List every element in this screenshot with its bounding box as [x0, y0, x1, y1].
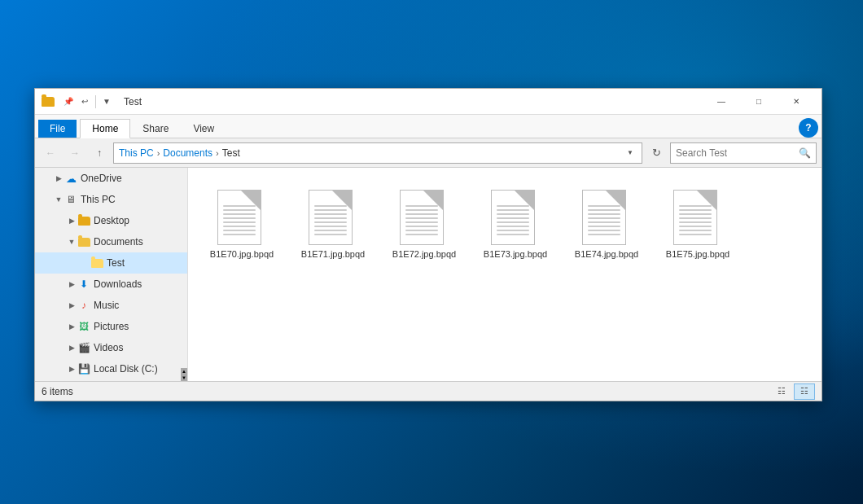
sidebar-label-pictures: Pictures	[94, 321, 129, 332]
file-line	[588, 213, 620, 215]
file-line	[314, 226, 347, 227]
file-line	[223, 213, 256, 215]
breadcrumb-dropdown-arrow[interactable]: ▼	[624, 147, 637, 160]
file-name: B1E71.jpg.bpqd	[301, 248, 365, 260]
file-corner	[433, 191, 443, 200]
close-button[interactable]: ✕	[778, 89, 815, 115]
file-line	[223, 221, 256, 223]
file-item[interactable]: B1E73.jpg.bpqd	[475, 181, 556, 265]
file-name: B1E74.jpg.bpqd	[575, 248, 638, 260]
file-item[interactable]: B1E70.jpg.bpqd	[201, 181, 283, 265]
back-button[interactable]: ←	[40, 142, 61, 164]
expand-test[interactable]	[79, 257, 90, 269]
sidebar-item-pictures[interactable]: ▶ 🖼 Pictures	[35, 316, 187, 337]
file-lines	[405, 205, 438, 238]
sidebar-item-music[interactable]: ▶ ♪ Music	[35, 295, 187, 316]
expand-videos[interactable]: ▶	[66, 342, 77, 353]
sidebar-item-test[interactable]: Test	[35, 252, 187, 274]
refresh-button[interactable]: ↻	[646, 142, 667, 164]
sidebar-scroll-up[interactable]: ▲	[181, 368, 187, 375]
file-line	[405, 209, 438, 211]
file-line	[497, 209, 529, 211]
search-input[interactable]	[676, 147, 799, 159]
minimize-button[interactable]: —	[703, 89, 740, 115]
sidebar-item-videos[interactable]: ▶ 🎬 Videos	[35, 337, 187, 358]
maximize-button[interactable]: □	[740, 89, 778, 115]
file-item[interactable]: B1E74.jpg.bpqd	[566, 181, 647, 265]
pictures-icon: 🖼	[77, 320, 90, 333]
breadcrumb-bar[interactable]: This PC › Documents › Test ▼	[113, 142, 642, 164]
up-button[interactable]: ↑	[89, 142, 110, 164]
expand-local-disk[interactable]: ▶	[66, 363, 77, 375]
file-line	[405, 213, 438, 215]
file-body	[309, 190, 353, 245]
file-item[interactable]: B1E72.jpg.bpqd	[383, 181, 465, 265]
expand-desktop[interactable]: ▶	[66, 215, 77, 226]
file-item[interactable]: B1E75.jpg.bpqd	[657, 181, 738, 265]
details-view-button[interactable]: ☷	[771, 383, 792, 400]
file-icon	[400, 186, 449, 245]
file-icon	[217, 186, 266, 245]
tab-share[interactable]: Share	[130, 119, 181, 138]
tab-home[interactable]: Home	[80, 119, 130, 138]
file-line	[679, 221, 712, 223]
file-line	[405, 205, 438, 207]
onedrive-icon: ☁	[64, 172, 77, 185]
file-corner	[251, 191, 261, 200]
window-controls: — □ ✕	[703, 89, 815, 115]
file-explorer-window: 📌 ↩ ▼ Test — □ ✕ File Home Share View ? …	[34, 88, 822, 401]
computer-icon: 🖥	[64, 193, 77, 206]
quick-access-toolbar: 📌 ↩ ▼	[61, 94, 114, 109]
expand-music[interactable]: ▶	[66, 300, 77, 311]
breadcrumb-this-pc[interactable]: This PC	[119, 147, 154, 159]
file-lines	[314, 205, 347, 238]
sidebar-scroll-down[interactable]: ▼	[181, 375, 187, 381]
file-line	[497, 234, 529, 235]
file-line	[497, 221, 529, 223]
tab-file[interactable]: File	[38, 120, 77, 138]
file-item[interactable]: B1E71.jpg.bpqd	[292, 181, 374, 265]
file-line	[405, 217, 438, 219]
file-body	[491, 190, 535, 245]
videos-icon: 🎬	[77, 341, 90, 354]
file-body	[673, 190, 717, 245]
tab-view[interactable]: View	[181, 119, 226, 138]
sidebar-item-downloads[interactable]: ▶ ⬇ Downloads	[35, 274, 187, 295]
forward-button[interactable]: →	[64, 142, 85, 164]
expand-documents[interactable]: ▼	[66, 236, 77, 248]
icons-view-button[interactable]: ☷	[794, 383, 815, 400]
expand-pictures[interactable]: ▶	[66, 321, 77, 332]
file-line	[223, 234, 256, 235]
desktop-folder-icon	[77, 214, 90, 227]
view-buttons: ☷ ☷	[771, 383, 815, 400]
file-line	[497, 205, 529, 207]
expand-this-pc[interactable]: ▼	[53, 194, 64, 205]
sidebar-item-local-disk[interactable]: ▶ 💾 Local Disk (C:)	[35, 358, 187, 379]
music-icon: ♪	[77, 299, 90, 312]
undo-button[interactable]: ↩	[77, 94, 92, 109]
sidebar-item-this-pc[interactable]: ▼ 🖥 This PC	[35, 189, 187, 210]
sidebar-item-documents[interactable]: ▼ Documents	[35, 231, 187, 252]
qa-dropdown-button[interactable]: ▼	[99, 94, 114, 109]
file-line	[588, 209, 620, 211]
expand-downloads[interactable]: ▶	[66, 278, 77, 290]
file-line	[223, 209, 256, 211]
file-lines	[223, 205, 256, 238]
file-line	[405, 234, 438, 235]
sidebar-label-desktop: Desktop	[94, 215, 129, 226]
search-box[interactable]: 🔍	[670, 142, 817, 164]
file-line	[679, 226, 712, 227]
file-lines	[588, 205, 620, 238]
file-corner	[342, 191, 352, 200]
breadcrumb-documents[interactable]: Documents	[163, 147, 212, 159]
sidebar-item-onedrive[interactable]: ▶ ☁ OneDrive	[35, 168, 187, 189]
file-line	[679, 217, 712, 219]
sidebar-item-desktop[interactable]: ▶ Desktop	[35, 210, 187, 231]
pin-button[interactable]: 📌	[61, 94, 76, 109]
file-line	[497, 217, 529, 219]
breadcrumb-sep-2: ›	[216, 148, 219, 158]
window-folder-icon	[42, 95, 55, 108]
file-line	[497, 230, 529, 231]
help-button[interactable]: ?	[799, 118, 818, 138]
expand-onedrive[interactable]: ▶	[53, 173, 64, 184]
